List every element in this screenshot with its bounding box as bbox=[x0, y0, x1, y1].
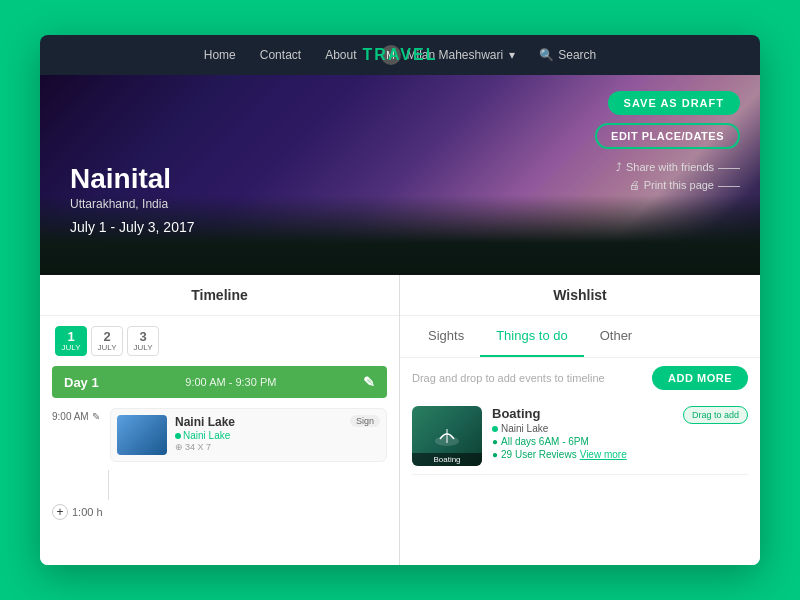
activity-location: Naini Lake bbox=[175, 430, 342, 441]
timeline-panel: Timeline 1 JULY 2 JULY 3 JULY Day 1 9:00… bbox=[40, 275, 400, 565]
brand-highlight: L bbox=[426, 46, 438, 63]
timeline-line bbox=[108, 470, 109, 500]
brand-text: TRAVE bbox=[363, 46, 426, 63]
clock-icon: ● bbox=[492, 436, 498, 447]
activity-image bbox=[117, 415, 167, 455]
drag-to-add-button[interactable]: Drag to add bbox=[683, 406, 748, 424]
coords-text: 34 X 7 bbox=[185, 442, 211, 452]
time-text: 9:00 AM bbox=[52, 411, 89, 422]
save-draft-button[interactable]: SAVE AS DRAFT bbox=[608, 91, 740, 115]
activity-img-inner bbox=[117, 415, 167, 455]
nav-search-label: Search bbox=[558, 48, 596, 62]
time-edit-icon[interactable]: ✎ bbox=[92, 411, 100, 422]
wishlist-item-actions: Drag to add bbox=[683, 406, 748, 424]
hero-region: Uttarakhand, India bbox=[70, 197, 195, 211]
hero-content: Nainital Uttarakhand, India July 1 - Jul… bbox=[70, 163, 195, 235]
wishlist-panel: Wishlist Sights Things to do Other Drag … bbox=[400, 275, 760, 565]
add-duration-button[interactable]: + bbox=[52, 504, 68, 520]
nav-home[interactable]: Home bbox=[204, 48, 236, 62]
wishlist-loc-dot-icon bbox=[492, 426, 498, 432]
share-arrow-icon: —— bbox=[718, 161, 740, 173]
timeline-header: Timeline bbox=[40, 275, 399, 316]
day-tab-1[interactable]: 1 JULY bbox=[55, 326, 87, 356]
print-arrow-icon: —— bbox=[718, 179, 740, 191]
day-tab-3-num: 3 bbox=[139, 330, 146, 343]
print-label: Print this page bbox=[644, 179, 714, 191]
wishlist-item-location: Naini Lake bbox=[501, 423, 548, 434]
nav-about[interactable]: About bbox=[325, 48, 356, 62]
chevron-down-icon: ▾ bbox=[509, 48, 515, 62]
hero-dates: July 1 - July 3, 2017 bbox=[70, 219, 195, 235]
edit-place-button[interactable]: EDIT PLACE/DATES bbox=[595, 123, 740, 149]
print-link[interactable]: 🖨 Print this page —— bbox=[629, 179, 740, 191]
duration-block: + 1:00 h bbox=[52, 504, 387, 520]
tab-things-to-do[interactable]: Things to do bbox=[480, 316, 584, 357]
activity-coords: ⊕ 34 X 7 bbox=[175, 442, 342, 452]
wishlist-item-info: Boating Naini Lake ● All days 6AM - 6PM … bbox=[492, 406, 673, 460]
activity-name: Naini Lake bbox=[175, 415, 342, 429]
add-more-button[interactable]: ADD MORE bbox=[652, 366, 748, 390]
wishlist-tabs: Sights Things to do Other bbox=[400, 316, 760, 358]
reviews-text: 29 User Reviews bbox=[501, 449, 577, 460]
wishlist-header: Wishlist bbox=[400, 275, 760, 316]
day-bar: Day 1 9:00 AM - 9:30 PM ✎ bbox=[52, 366, 387, 398]
wishlist-controls: Drag and drop to add events to timeline … bbox=[400, 358, 760, 398]
share-icon: ⤴ bbox=[616, 161, 622, 173]
hours-text: All days 6AM - 6PM bbox=[501, 436, 589, 447]
day-tab-1-month: JULY bbox=[62, 343, 81, 352]
hero-links: ⤴ Share with friends —— 🖨 Print this pag… bbox=[616, 161, 740, 191]
nav-contact[interactable]: Contact bbox=[260, 48, 301, 62]
duration-text: 1:00 h bbox=[72, 506, 103, 518]
day-bar-label: Day 1 bbox=[64, 375, 99, 390]
star-icon: ● bbox=[492, 449, 498, 460]
day-tab-2-month: JULY bbox=[98, 343, 117, 352]
tab-other[interactable]: Other bbox=[584, 316, 649, 357]
share-link[interactable]: ⤴ Share with friends —— bbox=[616, 161, 740, 173]
dnd-hint: Drag and drop to add events to timeline bbox=[412, 372, 605, 384]
hero-actions: SAVE AS DRAFT EDIT PLACE/DATES ⤴ Share w… bbox=[595, 91, 740, 191]
app-container: Home Contact About M Milan Maheshwari ▾ … bbox=[40, 35, 760, 565]
nav-search[interactable]: 🔍 Search bbox=[539, 48, 596, 62]
wishlist-item-hours: ● All days 6AM - 6PM bbox=[492, 436, 673, 447]
print-icon: 🖨 bbox=[629, 179, 640, 191]
edit-icon[interactable]: ✎ bbox=[363, 374, 375, 390]
tab-sights[interactable]: Sights bbox=[412, 316, 480, 357]
activity-loc-text: Naini Lake bbox=[183, 430, 230, 441]
view-more-link[interactable]: View more bbox=[580, 449, 627, 460]
wishlist-item: Boating Boating Naini Lake ● All days 6A… bbox=[412, 398, 748, 475]
day-tab-1-num: 1 bbox=[67, 330, 74, 343]
boating-icon bbox=[432, 421, 462, 451]
navbar: Home Contact About M Milan Maheshwari ▾ … bbox=[40, 35, 760, 75]
location-dot-icon bbox=[175, 433, 181, 439]
time-slot: 9:00 AM ✎ Naini Lake Naini Lake bbox=[52, 408, 387, 462]
wishlist-scroll: Boating Boating Naini Lake ● All days 6A… bbox=[400, 398, 760, 565]
wishlist-item-reviews: ● 29 User Reviews View more bbox=[492, 449, 673, 460]
wishlist-item-subloc: Naini Lake bbox=[492, 423, 673, 434]
day-tabs: 1 JULY 2 JULY 3 JULY bbox=[40, 316, 399, 366]
day-tab-3-month: JULY bbox=[134, 343, 153, 352]
hero-section: Nainital Uttarakhand, India July 1 - Jul… bbox=[40, 75, 760, 275]
day-tab-3[interactable]: 3 JULY bbox=[127, 326, 159, 356]
coords-icon: ⊕ bbox=[175, 442, 183, 452]
search-icon: 🔍 bbox=[539, 48, 554, 62]
brand-logo[interactable]: TRAVEL bbox=[363, 46, 438, 64]
hero-city: Nainital bbox=[70, 163, 195, 195]
day-bar-time: 9:00 AM - 9:30 PM bbox=[185, 376, 276, 388]
wishlist-item-name: Boating bbox=[492, 406, 673, 421]
activity-info: Naini Lake Naini Lake ⊕ 34 X 7 bbox=[175, 415, 342, 452]
share-label: Share with friends bbox=[626, 161, 714, 173]
activity-tag: Sign bbox=[350, 415, 380, 427]
time-label: 9:00 AM ✎ bbox=[52, 408, 102, 422]
timeline-scroll: 9:00 AM ✎ Naini Lake Naini Lake bbox=[40, 398, 399, 565]
main-content: Timeline 1 JULY 2 JULY 3 JULY Day 1 9:00… bbox=[40, 275, 760, 565]
wishlist-item-label: Boating bbox=[412, 453, 482, 466]
activity-card: Naini Lake Naini Lake ⊕ 34 X 7 Sign bbox=[110, 408, 387, 462]
day-tab-2[interactable]: 2 JULY bbox=[91, 326, 123, 356]
day-tab-2-num: 2 bbox=[103, 330, 110, 343]
wishlist-item-image: Boating bbox=[412, 406, 482, 466]
